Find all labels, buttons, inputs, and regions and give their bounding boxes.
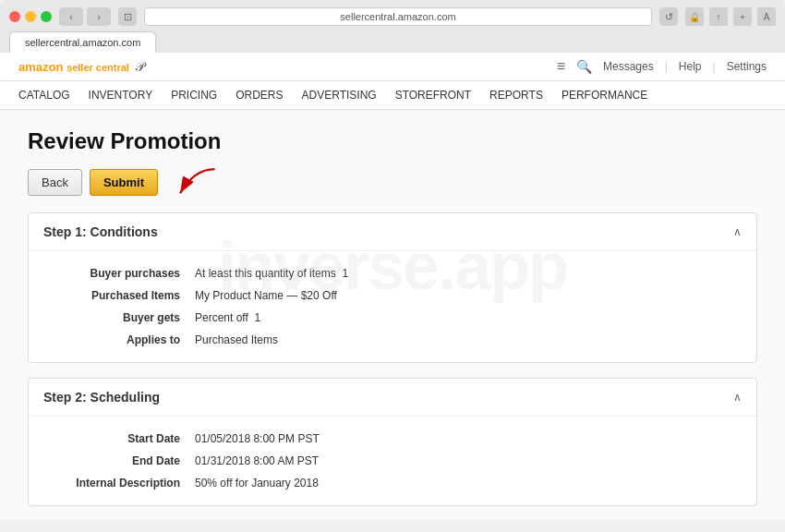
browser-toolbar: ‹ › ⊡ sellercentral.amazon.com ↺ 🔒 ↑ + A bbox=[9, 7, 776, 26]
row-label: End Date bbox=[29, 454, 195, 467]
back-button[interactable]: Back bbox=[28, 169, 82, 196]
row-label: Purchased Items bbox=[29, 289, 195, 302]
row-value: Purchased Items bbox=[195, 333, 742, 346]
step2-table: Start Date 01/05/2018 8:00 PM PST End Da… bbox=[29, 417, 756, 505]
step1-chevron[interactable]: ∧ bbox=[733, 225, 742, 238]
submit-button[interactable]: Submit bbox=[90, 169, 158, 196]
browser-chrome: ‹ › ⊡ sellercentral.amazon.com ↺ 🔒 ↑ + A… bbox=[0, 0, 785, 53]
row-label: Applies to bbox=[29, 333, 195, 346]
content-area: Review Promotion Back Submit Step 1: Con… bbox=[0, 110, 785, 520]
step2-title: Step 2: Scheduling bbox=[43, 390, 160, 405]
step1-table: Buyer purchases At least this quantity o… bbox=[29, 251, 756, 362]
nav-inventory[interactable]: INVENTORY bbox=[89, 81, 153, 109]
step1-title: Step 1: Conditions bbox=[43, 224, 158, 239]
page-content: amazon seller central 𝒫 ≡ 🔍 Messages | H… bbox=[0, 53, 785, 520]
url-bar[interactable]: sellercentral.amazon.com bbox=[144, 7, 652, 26]
step2-section: Step 2: Scheduling ∧ Start Date 01/05/20… bbox=[28, 378, 757, 506]
table-row: Buyer gets Percent off 1 bbox=[29, 307, 742, 329]
table-row: Start Date 01/05/2018 8:00 PM PST bbox=[29, 428, 742, 450]
amazon-logo: amazon seller central 𝒫 bbox=[18, 59, 144, 75]
table-row: Internal Description 50% off for January… bbox=[29, 472, 742, 494]
row-label: Buyer gets bbox=[29, 311, 195, 324]
sep1: | bbox=[665, 60, 668, 73]
nav-reports[interactable]: REPORTS bbox=[489, 81, 543, 109]
settings-icon: ≡ bbox=[557, 58, 565, 75]
share-icon: ↑ bbox=[709, 7, 728, 26]
forward-browser-button[interactable]: › bbox=[87, 7, 111, 26]
row-label: Internal Description bbox=[29, 477, 195, 490]
search-icon[interactable]: 🔍 bbox=[576, 59, 592, 74]
table-row: End Date 01/31/2018 8:00 AM PST bbox=[29, 450, 742, 472]
profile-icon: A bbox=[757, 7, 776, 26]
arrow-annotation bbox=[166, 160, 222, 206]
action-buttons: Back Submit bbox=[28, 169, 757, 196]
tab-button[interactable]: ⊡ bbox=[118, 7, 137, 26]
step2-header: Step 2: Scheduling ∧ bbox=[29, 379, 756, 417]
nav-pricing[interactable]: PRICING bbox=[171, 81, 217, 109]
browser-nav-buttons: ‹ › bbox=[59, 7, 111, 26]
traffic-lights bbox=[9, 11, 52, 22]
row-value: My Product Name — $20 Off bbox=[195, 289, 742, 302]
bookmark-icon: + bbox=[733, 7, 752, 26]
close-button[interactable] bbox=[9, 11, 20, 22]
messages-link[interactable]: Messages bbox=[603, 60, 654, 73]
back-browser-button[interactable]: ‹ bbox=[59, 7, 83, 26]
step2-chevron[interactable]: ∧ bbox=[733, 391, 742, 404]
help-link[interactable]: Help bbox=[679, 60, 702, 73]
minimize-button[interactable] bbox=[25, 11, 36, 22]
table-row: Buyer purchases At least this quantity o… bbox=[29, 262, 742, 284]
amazon-header: amazon seller central 𝒫 ≡ 🔍 Messages | H… bbox=[0, 53, 785, 81]
nav-advertising[interactable]: ADVERTISING bbox=[302, 81, 377, 109]
step1-header: Step 1: Conditions ∧ bbox=[29, 213, 756, 251]
row-label: Start Date bbox=[29, 432, 195, 445]
row-value: Percent off 1 bbox=[195, 311, 742, 324]
table-row: Purchased Items My Product Name — $20 Of… bbox=[29, 284, 742, 307]
row-value: 01/05/2018 8:00 PM PST bbox=[195, 432, 742, 445]
settings-link[interactable]: Settings bbox=[727, 60, 767, 73]
sep2: | bbox=[713, 60, 716, 73]
maximize-button[interactable] bbox=[41, 11, 52, 22]
page-title: Review Promotion bbox=[28, 128, 757, 154]
logo-brand: amazon seller central bbox=[18, 60, 129, 74]
row-value: At least this quantity of items 1 bbox=[195, 267, 742, 280]
row-label: Buyer purchases bbox=[29, 267, 195, 280]
header-right: ≡ 🔍 Messages | Help | Settings bbox=[557, 58, 767, 75]
step1-section: Step 1: Conditions ∧ Buyer purchases At … bbox=[28, 212, 757, 363]
table-row: Applies to Purchased Items bbox=[29, 329, 742, 351]
active-tab[interactable]: sellercentral.amazon.com bbox=[9, 31, 156, 53]
tab-bar: sellercentral.amazon.com bbox=[9, 31, 776, 53]
nav-storefront[interactable]: STOREFRONT bbox=[395, 81, 471, 109]
nav-bar: CATALOG INVENTORY PRICING ORDERS ADVERTI… bbox=[0, 81, 785, 110]
nav-performance[interactable]: PERFORMANCE bbox=[562, 81, 647, 109]
row-value: 50% off for January 2018 bbox=[195, 477, 742, 490]
lock-icon: 🔒 bbox=[685, 7, 704, 26]
nav-orders[interactable]: ORDERS bbox=[236, 81, 283, 109]
browser-actions: 🔒 ↑ + A bbox=[685, 7, 776, 26]
logo-icon: 𝒫 bbox=[135, 59, 144, 75]
refresh-button[interactable]: ↺ bbox=[659, 7, 678, 26]
nav-catalog[interactable]: CATALOG bbox=[18, 81, 70, 109]
row-value: 01/31/2018 8:00 AM PST bbox=[195, 454, 742, 467]
